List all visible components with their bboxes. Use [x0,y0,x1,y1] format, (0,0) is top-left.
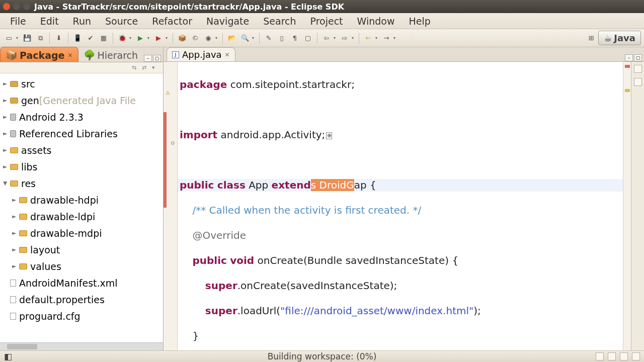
expander-icon[interactable]: ► [3,147,10,153]
ui-button[interactable]: ▦ [98,32,110,44]
new-button[interactable]: ▭ [3,32,15,44]
warning-overview-marker[interactable] [625,89,630,92]
status-icon[interactable] [596,352,604,360]
next-ann-button[interactable]: ⇨ [339,32,351,44]
lint-button[interactable]: ✔ [85,32,97,44]
view-menu-icon[interactable]: ▾ [152,64,159,71]
tab-package-explorer[interactable]: 📦 Package ✕ [0,47,78,62]
tree-item-default-properties[interactable]: default.properties [0,291,163,308]
new-class-button[interactable]: © [189,32,201,44]
menu-refactor[interactable]: Refactor [145,14,199,29]
outline-icon[interactable] [634,78,642,86]
avd-button[interactable]: 📱 [71,32,84,44]
debug-button[interactable]: 🐞 [116,32,128,44]
save-button[interactable]: 💾 [21,32,33,44]
expander-icon[interactable]: ► [3,97,10,104]
maximize-editor-button[interactable]: ▢ [634,54,642,61]
next-annot-button[interactable]: ▢ [302,32,314,44]
menu-navigate[interactable]: Navigate [199,14,256,29]
tree-item-layout[interactable]: ►layout [0,241,163,258]
maximize-icon[interactable] [23,3,30,10]
hscrollbar[interactable] [0,342,163,350]
tree-item-drawable-hdpi[interactable]: ►drawable-hdpi [0,192,163,208]
tree-item-androidmanifest-xml[interactable]: AndroidManifest.xml [0,275,163,291]
fold-box-icon[interactable]: ⊕ [326,132,332,139]
expander-icon[interactable]: ► [12,230,19,236]
sdk-manager-button[interactable]: ⬇ [53,32,65,44]
tree-item-drawable-ldpi[interactable]: ►drawable-ldpi [0,208,163,225]
tree-item-referenced-libraries[interactable]: ►Referenced Libraries [0,125,163,142]
menu-window[interactable]: Window [350,14,402,29]
expander-icon[interactable]: ▼ [3,180,10,187]
close-icon[interactable]: ✕ [225,51,230,58]
tab-label: Hierarch [98,50,138,61]
expander-icon[interactable]: ► [3,80,10,87]
toggle-block-button[interactable]: ▯ [276,32,288,44]
expander-icon[interactable]: ► [12,246,19,253]
fold-marker-icon[interactable]: ⊖ [171,140,178,147]
menu-search[interactable]: Search [256,14,303,29]
outline-icon[interactable] [634,65,642,73]
expander-icon[interactable]: ► [12,263,19,269]
prev-ann-button[interactable]: ⇦ [320,32,333,44]
status-icon[interactable] [632,352,640,360]
maximize-view-button[interactable]: ▢ [153,55,161,62]
expander-icon[interactable]: ► [3,163,10,170]
perspective-java[interactable]: ☕ Java [598,31,641,45]
back-button[interactable]: ← [362,32,374,44]
forward-button[interactable]: → [380,32,392,44]
expander-icon[interactable]: ► [3,130,10,137]
status-icon[interactable] [608,352,616,360]
close-icon[interactable] [3,3,10,10]
toggle-mark-button[interactable]: ✎ [263,32,275,44]
expander-icon[interactable]: ► [12,213,19,220]
package-tree[interactable]: ►src►gen [Generated Java File►Android 2.… [0,73,163,342]
menu-source[interactable]: Source [98,14,145,29]
run-button[interactable]: ▶ [134,32,146,44]
menu-project[interactable]: Project [303,14,350,29]
tree-item-android-2-3-3[interactable]: ►Android 2.3.3 [0,109,163,125]
menu-help[interactable]: Help [401,14,437,29]
expander-icon[interactable]: ► [12,197,19,203]
expander-icon[interactable]: ► [3,114,10,120]
minimize-view-button[interactable]: – [144,55,152,62]
status-left-icon[interactable]: ◧ [4,351,24,361]
menu-edit[interactable]: Edit [33,14,66,29]
link-editor-icon[interactable]: ⇄ [142,64,149,71]
tree-item-res[interactable]: ▼res [0,175,163,192]
tab-hierarchy[interactable]: 🌳 Hierarch [78,47,142,62]
tab-app-java[interactable]: J App.java ✕ [167,47,235,61]
tree-item-libs[interactable]: ►libs [0,158,163,175]
show-whitespace-button[interactable]: ¶ [289,32,301,44]
minimize-icon[interactable] [13,3,20,10]
tree-item-gen[interactable]: ►gen [Generated Java File [0,92,163,109]
error-overview-marker[interactable] [625,65,630,68]
warning-marker-icon[interactable]: ⚠ [166,90,173,97]
tree-item-proguard-cfg[interactable]: proguard.cfg [0,308,163,324]
ext-button[interactable]: ▶ [152,32,165,44]
tree-item-values[interactable]: ►values [0,258,163,275]
menu-file[interactable]: File [3,14,33,29]
editor-ruler[interactable]: ⚠ ⊖ [164,62,178,362]
open-perspective-button[interactable]: ⊞ [585,32,597,44]
minimize-editor-button[interactable]: – [625,54,633,61]
status-icon[interactable] [620,352,628,360]
tree-item-drawable-mdpi[interactable]: ►drawable-mdpi [0,225,163,241]
overview-ruler[interactable] [623,62,631,362]
collapse-all-icon[interactable]: ⇆ [132,64,139,71]
code-editor[interactable]: package com.sitepoint.startrackr; import… [178,62,623,362]
menu-run[interactable]: Run [66,14,98,29]
open-type-button[interactable]: 📂 [226,32,238,44]
close-icon[interactable]: ✕ [66,52,73,59]
tree-label: layout [30,244,60,255]
tree-item-src[interactable]: ►src [0,75,163,92]
editor-tabs: J App.java ✕ – ▢ [164,47,644,62]
new-type-button[interactable]: ◉ [202,32,214,44]
save-all-button[interactable]: ⧉ [34,32,46,44]
folder-icon [19,263,27,269]
tree-item-assets[interactable]: ►assets [0,142,163,158]
search-button[interactable]: 🔍 [239,32,251,44]
tree-label: res [21,178,36,189]
tree-label: AndroidManifest.xml [19,278,118,289]
new-package-button[interactable]: 📦 [176,32,188,44]
